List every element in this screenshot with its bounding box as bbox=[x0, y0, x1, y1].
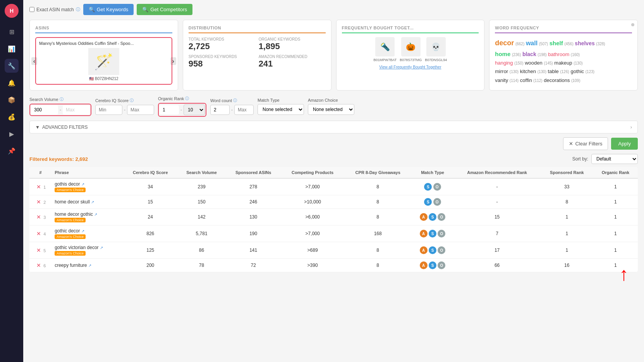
word-decorations: decorations bbox=[544, 77, 570, 83]
organic-rank-filter: Organic Rank ⓘ - 10 20 30 50 Max bbox=[158, 96, 206, 117]
asin-prev-button[interactable]: ‹ bbox=[31, 57, 37, 65]
cell-phrase: gothis decor ↗Amazon's Choice bbox=[52, 178, 123, 195]
cerebro-iq-filter: Cerebro IQ Score ⓘ - bbox=[95, 98, 154, 115]
cell-match-type: A S O bbox=[412, 209, 454, 225]
fbt-product-2-image: 🎃 bbox=[401, 37, 421, 56]
clear-filters-button[interactable]: ✕ Clear Filters bbox=[563, 137, 608, 150]
phrase-link[interactable]: home decor gothic bbox=[55, 212, 93, 217]
organic-rank-min-input[interactable] bbox=[160, 105, 179, 114]
match-type-filter: Match Type None selected Exact Broad Phr… bbox=[258, 98, 304, 115]
get-competitors-button[interactable]: 🔍 Get Competitors bbox=[137, 4, 192, 15]
sidebar-icon-chart[interactable]: 📊 bbox=[5, 42, 19, 56]
word-freq-card: WORD FREQUENCY decor (662) wall (507) sh… bbox=[489, 20, 638, 90]
col-phrase: Phrase bbox=[52, 167, 123, 178]
phrase-link[interactable]: gothic victorian decor bbox=[55, 245, 98, 250]
keywords-table: # Phrase Cerebro IQ Score Search Volume … bbox=[29, 167, 638, 272]
cell-sponsored-asins: 72 bbox=[226, 259, 281, 272]
cell-search-volume: 142 bbox=[177, 209, 226, 225]
sidebar-logo[interactable]: H bbox=[5, 4, 19, 18]
get-keywords-button[interactable]: 🔍 Get Keywords bbox=[83, 4, 134, 15]
word-vanity: vanity bbox=[495, 77, 508, 83]
row-number: 4 bbox=[43, 232, 46, 236]
cell-sponsored-asins: 130 bbox=[226, 209, 281, 225]
dist-total-keywords: TOTAL KEYWORDS 2,725 bbox=[189, 37, 256, 51]
phrase-link[interactable]: gothis decor bbox=[55, 181, 80, 187]
sidebar-icon-profit[interactable]: 💰 bbox=[5, 110, 19, 124]
phrase-link[interactable]: home decor skull bbox=[55, 199, 90, 205]
asin-product-image: 🪄 bbox=[88, 48, 119, 75]
remove-row-button[interactable]: ✕ bbox=[35, 231, 42, 237]
word-count-min-input[interactable] bbox=[210, 105, 230, 115]
remove-row-button[interactable]: ✕ bbox=[35, 214, 42, 220]
cell-search-volume: 5,781 bbox=[177, 225, 226, 242]
sidebar-icon-tools[interactable]: 🔧 bbox=[5, 59, 19, 73]
exact-asin-checkbox-label[interactable]: Exact ASIN match ⓘ bbox=[29, 7, 80, 12]
sidebar-icon-play[interactable]: ▶ bbox=[5, 127, 19, 141]
word-count-label: Word count ⓘ bbox=[210, 98, 254, 103]
sidebar-icon-pin[interactable]: 📌 bbox=[5, 144, 19, 158]
view-all-fbt-link[interactable]: View all Frequently Bought Together bbox=[342, 65, 479, 69]
sidebar-icon-grid[interactable]: ⊞ bbox=[5, 25, 19, 39]
cell-cerebro-iq: 34 bbox=[123, 178, 177, 195]
filtered-count: Filtered keywords: 2,692 bbox=[29, 156, 88, 162]
dist-amazon-recommended: AMAZON RECOMMENDED 241 bbox=[259, 55, 326, 69]
word-wall: wall bbox=[526, 40, 538, 46]
distribution-card: DISTRIBUTION TOTAL KEYWORDS 2,725 ORGANI… bbox=[183, 20, 331, 90]
match-badge-o: O bbox=[438, 230, 445, 237]
word-count-max-input[interactable] bbox=[234, 105, 254, 115]
remove-row-button[interactable]: ✕ bbox=[35, 247, 42, 253]
search-volume-max-input[interactable] bbox=[63, 105, 90, 114]
row-number: 6 bbox=[43, 263, 46, 268]
col-search-volume: Search Volume bbox=[177, 167, 226, 178]
match-type-select[interactable]: None selected Exact Broad Phrase bbox=[258, 104, 304, 115]
phrase-link[interactable]: creepy furniture bbox=[55, 263, 87, 268]
external-link-icon[interactable]: ↗ bbox=[91, 200, 94, 204]
cerebro-iq-min-input[interactable] bbox=[95, 105, 122, 115]
external-link-icon[interactable]: ↗ bbox=[100, 246, 103, 250]
asins-card-title: ASINS bbox=[35, 26, 172, 33]
match-badge-s: S bbox=[429, 213, 436, 221]
advanced-filters-toggle[interactable]: ▼ ADVANCED FILTERS bbox=[35, 125, 88, 130]
cell-organic-rank: 1 bbox=[593, 209, 638, 225]
word-count-help-icon: ⓘ bbox=[233, 98, 237, 103]
cell-cpr: 8 bbox=[344, 209, 412, 225]
external-link-icon[interactable]: ↗ bbox=[88, 263, 91, 268]
organic-rank-max-select[interactable]: 10 20 30 50 Max bbox=[184, 104, 205, 115]
search-volume-min-input[interactable] bbox=[31, 105, 58, 114]
cell-amz-rec-rank: 15 bbox=[453, 209, 540, 225]
asin-next-button[interactable]: › bbox=[170, 57, 176, 65]
match-badge-s: S bbox=[429, 261, 436, 269]
external-link-icon[interactable]: ↗ bbox=[94, 212, 97, 217]
cell-cerebro-iq: 24 bbox=[123, 209, 177, 225]
phrase-link[interactable]: gothic decor bbox=[55, 228, 80, 234]
match-badge-s: S bbox=[429, 230, 436, 237]
match-badge-a: A bbox=[420, 230, 428, 237]
cell-sponsored-rank: 1 bbox=[541, 242, 593, 259]
cell-organic-rank: 1 bbox=[593, 242, 638, 259]
cell-cerebro-iq: 826 bbox=[123, 225, 177, 242]
flag-icon: 🇺🇸 bbox=[89, 77, 94, 81]
apply-button[interactable]: Apply bbox=[611, 138, 638, 150]
amazon-choice-select[interactable]: None selected Yes No bbox=[308, 104, 354, 115]
sort-select[interactable]: Default Search Volume Organic Rank bbox=[591, 154, 638, 164]
sidebar-icon-orders[interactable]: 📦 bbox=[5, 93, 19, 107]
cell-competing-products: >7,000 bbox=[281, 178, 344, 195]
exact-asin-checkbox[interactable] bbox=[29, 7, 34, 12]
action-bar: ✕ Clear Filters Apply bbox=[29, 137, 638, 150]
sidebar-icon-alerts[interactable]: 🔔 bbox=[5, 76, 19, 90]
match-badge-a: A bbox=[420, 246, 428, 254]
word-mirror: mirror bbox=[495, 68, 508, 74]
word-freq-card-title: WORD FREQUENCY bbox=[495, 26, 632, 33]
remove-row-button[interactable]: ✕ bbox=[35, 199, 42, 205]
match-badge-o: O bbox=[433, 198, 441, 206]
cell-match-type: A S O bbox=[412, 259, 454, 272]
remove-row-button[interactable]: ✕ bbox=[35, 184, 42, 190]
search-icon-2: 🔍 bbox=[142, 7, 148, 12]
remove-row-button[interactable]: ✕ bbox=[35, 262, 42, 268]
cell-match-type: A S O bbox=[412, 225, 454, 242]
scroll-indicator bbox=[631, 23, 634, 26]
external-link-icon[interactable]: ↗ bbox=[81, 229, 84, 233]
cell-sponsored-rank: 33 bbox=[541, 178, 593, 195]
cerebro-iq-max-input[interactable] bbox=[127, 105, 154, 115]
external-link-icon[interactable]: ↗ bbox=[81, 182, 84, 186]
